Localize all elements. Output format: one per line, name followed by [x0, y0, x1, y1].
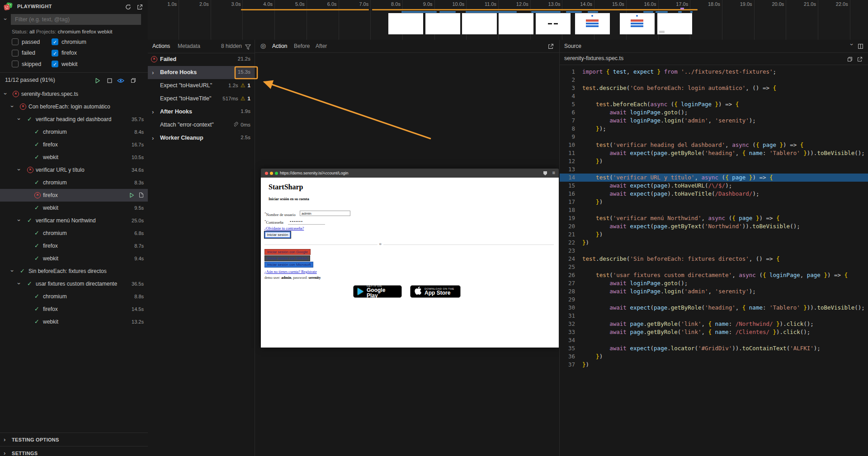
pick-locator-icon[interactable]: ◎ — [260, 42, 266, 49]
chevron-expanded-icon[interactable]: › — [9, 105, 15, 107]
token: async — [732, 141, 749, 148]
tree-row-verificar-men-northwind[interactable]: ›✓verificar menú Northwind25.0s — [0, 214, 148, 227]
chevron-collapsed-icon[interactable]: › — [152, 135, 154, 141]
code-line: 25 — [560, 263, 868, 271]
film-strip-thumbnail[interactable] — [575, 13, 610, 34]
sidebar-section-testing-options[interactable]: › TESTING OPTIONS — [0, 432, 148, 447]
action-row-failed[interactable]: ×Failed21.2s — [148, 53, 255, 66]
status-checkbox-skipped[interactable]: skipped — [12, 61, 41, 67]
tree-row-chromium[interactable]: ✓chromium6.8s — [0, 227, 148, 240]
tree-row-chromium[interactable]: ✓chromium8.8s — [0, 290, 148, 303]
google-play-badge[interactable]: GET IT ON Google Play — [353, 285, 402, 298]
password-field[interactable]: ••••••• — [290, 219, 303, 224]
chevron-expanded-icon[interactable]: › — [9, 270, 15, 272]
checkbox-label[interactable]: failed — [22, 50, 35, 56]
login-microsoft-button[interactable]: Iniciar sesión con Microsoft — [264, 262, 313, 268]
login-google-button[interactable]: Iniciar sesión con Google — [264, 249, 311, 255]
project-checkbox-chromium[interactable]: ✓chromium — [52, 38, 86, 45]
run-tests-play-icon[interactable] — [93, 76, 101, 85]
action-row-expect-tohaveurl-[interactable]: Expect "toHaveURL"1.2s⚠1 — [148, 79, 255, 92]
action-row-expect-tohavetitle-[interactable]: Expect "toHaveTitle"517ms⚠1 — [148, 92, 255, 105]
tree-row-webkit[interactable]: ✓webkit9.5s — [0, 202, 148, 214]
tree-row-firefox[interactable]: ✓firefox8.7s — [0, 240, 148, 252]
tree-row-webkit[interactable]: ✓webkit9.4s — [0, 252, 148, 265]
line-number: 5 — [560, 100, 575, 108]
checkbox-label[interactable]: chromium — [61, 39, 86, 45]
forgot-password-link[interactable]: ¿Olvidaste tu contraseña? — [264, 226, 304, 230]
tab-action[interactable]: Action — [272, 43, 287, 49]
checkbox-label[interactable]: passed — [22, 39, 40, 45]
tree-row-chromium[interactable]: ✓chromium8.4s — [0, 126, 148, 138]
checkbox-icon[interactable]: ✓ — [52, 61, 58, 67]
stop-icon[interactable] — [105, 76, 113, 85]
open-source-external-icon[interactable] — [857, 56, 863, 64]
tab-actions[interactable]: Actions — [152, 43, 170, 49]
tree-row-chromium[interactable]: ✓chromium8.3s — [0, 176, 148, 189]
signup-link[interactable]: ¿Aún no tienes cuenta? Regístrate — [264, 269, 317, 274]
copy-file-path-icon[interactable] — [847, 56, 853, 64]
chevron-expanded-icon[interactable]: › — [16, 282, 22, 284]
checkbox-icon[interactable] — [12, 61, 19, 67]
show-trace-icon[interactable] — [139, 192, 144, 200]
checkbox-label[interactable]: webkit — [61, 61, 77, 67]
trace-timeline[interactable]: 1.0s2.0s3.0s4.0s5.0s6.0s7.0s8.0s9.0s10.0… — [148, 0, 868, 40]
popout-snapshot-icon[interactable] — [548, 43, 554, 51]
tree-row-verificar-url-y-t-tulo[interactable]: ›×verificar URL y título34.6s — [0, 164, 148, 176]
project-checkbox-firefox[interactable]: ✓firefox — [52, 50, 77, 56]
action-row-attach-error-context-[interactable]: Attach "error-context"0ms — [148, 118, 255, 132]
tree-row-sin-beforeeach-fixtures-directos[interactable]: ›✓Sin beforeEach: fixtures directos — [0, 265, 148, 277]
filter-input[interactable] — [11, 14, 141, 25]
tree-row-serenity-fixtures-spec-ts[interactable]: ›×serenity-fixtures.spec.ts — [0, 88, 148, 100]
checkbox-icon[interactable]: ✓ — [52, 38, 58, 45]
action-row-after-hooks[interactable]: ›After Hooks1.9s — [148, 105, 255, 118]
action-row-before-hooks[interactable]: ›Before Hooks15.3s — [148, 66, 255, 79]
watch-eye-icon[interactable] — [117, 76, 125, 85]
tab-before[interactable]: Before — [294, 43, 310, 49]
checkbox-label[interactable]: skipped — [22, 61, 41, 67]
film-strip-thumbnail[interactable] — [657, 13, 692, 34]
login-button[interactable]: Iniciar sesión — [264, 231, 291, 238]
film-strip-thumbnail[interactable] — [499, 13, 533, 34]
tree-row-firefox[interactable]: ×firefox — [0, 189, 148, 202]
checkbox-icon[interactable] — [12, 38, 19, 45]
chevron-expanded-icon[interactable]: › — [16, 118, 22, 120]
login-github-button[interactable]: Iniciar sesión con GitHub — [264, 255, 310, 261]
checkbox-label[interactable]: firefox — [61, 50, 77, 56]
app-store-badge[interactable]: Download on the App Store — [410, 285, 461, 298]
split-view-icon[interactable] — [858, 43, 863, 51]
chevron-down-icon[interactable]: › — [849, 43, 854, 45]
tree-row-webkit[interactable]: ✓webkit10.5s — [0, 151, 148, 164]
filter-funnel-icon[interactable] — [245, 43, 251, 49]
project-checkbox-webkit[interactable]: ✓webkit — [52, 61, 77, 67]
film-strip-thumbnail[interactable] — [536, 13, 571, 34]
run-test-play-icon[interactable] — [129, 192, 134, 200]
action-row-worker-cleanup[interactable]: ›Worker Cleanup2.5s — [148, 132, 255, 145]
tab-metadata[interactable]: Metadata — [178, 43, 200, 49]
chevron-collapsed-icon[interactable]: › — [152, 70, 154, 75]
film-strip-thumbnail[interactable] — [462, 13, 497, 34]
status-checkbox-passed[interactable]: passed — [12, 38, 40, 45]
sidebar-section-settings[interactable]: › SETTINGS — [0, 446, 148, 456]
username-field[interactable]: admin — [300, 211, 350, 216]
checkbox-icon[interactable]: ✓ — [52, 50, 58, 56]
chevron-expanded-icon[interactable]: › — [3, 93, 9, 94]
tree-row-firefox[interactable]: ✓firefox16.7s — [0, 138, 148, 151]
filter-expand-chevron-icon[interactable]: › — [3, 17, 9, 22]
checkbox-icon[interactable] — [12, 50, 19, 56]
reveal-test-icon[interactable] — [129, 76, 137, 85]
film-strip-thumbnail[interactable] — [620, 13, 655, 34]
tree-row-con-beforeeach-login-autom-tico[interactable]: ›×Con beforeEach: login automático — [0, 100, 148, 113]
refresh-icon[interactable] — [124, 3, 132, 11]
tree-row-verificar-heading-del-dashboard[interactable]: ›✓verificar heading del dashboard35.7s — [0, 113, 148, 126]
film-strip-thumbnail[interactable] — [425, 13, 460, 34]
tree-row-usar-fixtures-custom-directamente[interactable]: ›✓usar fixtures custom directamente36.5s — [0, 277, 148, 290]
chevron-expanded-icon[interactable]: › — [16, 219, 22, 221]
tree-row-firefox[interactable]: ✓firefox14.5s — [0, 303, 148, 315]
open-window-icon[interactable] — [136, 3, 144, 11]
chevron-collapsed-icon[interactable]: › — [152, 109, 154, 115]
chevron-expanded-icon[interactable]: › — [16, 169, 22, 170]
tree-row-webkit[interactable]: ✓webkit13.2s — [0, 315, 148, 328]
status-checkbox-failed[interactable]: failed — [12, 50, 35, 56]
film-strip-thumbnail[interactable] — [388, 13, 423, 34]
tab-after[interactable]: After — [316, 43, 327, 49]
